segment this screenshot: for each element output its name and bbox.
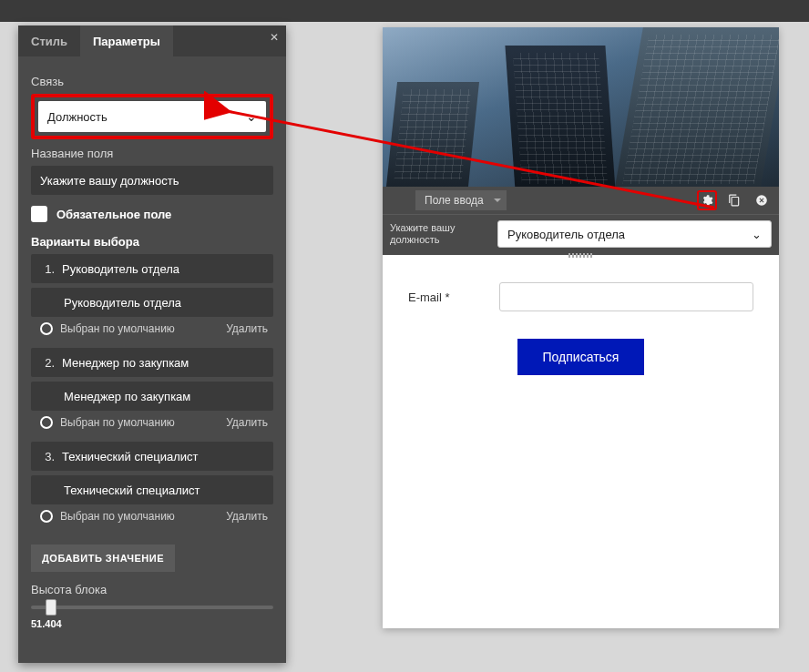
option-value-input[interactable]: Технический специалист xyxy=(31,475,273,504)
block-type-value: Поле ввода xyxy=(425,194,484,207)
gear-icon[interactable] xyxy=(697,190,717,210)
option-value-input[interactable]: Менеджер по закупкам xyxy=(31,382,273,411)
fieldname-input[interactable]: Укажите вашу должность xyxy=(31,166,273,195)
form-body: E-mail * Подписаться xyxy=(383,255,779,402)
option-title: Технический специалист xyxy=(62,450,198,463)
delete-option-button[interactable]: Удалить xyxy=(226,510,268,523)
label-options: Варианты выбора xyxy=(31,235,273,249)
delete-option-button[interactable]: Удалить xyxy=(226,322,268,335)
tab-style[interactable]: Стиль xyxy=(18,25,80,56)
default-radio[interactable] xyxy=(40,510,53,523)
default-radio[interactable] xyxy=(40,416,53,429)
email-field[interactable] xyxy=(499,282,753,311)
hero-image xyxy=(383,27,779,187)
slider-thumb[interactable] xyxy=(46,599,56,616)
height-slider[interactable] xyxy=(31,606,273,609)
label-height: Высота блока xyxy=(31,583,273,596)
option-number: 1. xyxy=(38,262,55,276)
required-label: Обязательное поле xyxy=(56,208,171,221)
link-select[interactable]: Должность ⌄ xyxy=(38,101,266,132)
field-select-value: Руководитель отдела xyxy=(507,228,625,241)
resize-grip-icon[interactable] xyxy=(568,253,594,258)
chevron-down-icon: ⌄ xyxy=(246,109,257,124)
field-label: Укажите вашу должность xyxy=(390,222,490,246)
option-value: Руководитель отдела xyxy=(64,296,181,310)
field-select[interactable]: Руководитель отдела ⌄ xyxy=(497,220,772,248)
default-radio[interactable] xyxy=(40,322,53,335)
link-select-value: Должность xyxy=(47,110,108,124)
selected-field: Укажите вашу должность Руководитель отде… xyxy=(383,214,779,255)
submit-button[interactable]: Подписаться xyxy=(517,339,645,375)
option-title: Руководитель отдела xyxy=(62,262,179,276)
option-title-input[interactable]: 2. Менеджер по закупкам xyxy=(31,348,273,377)
copy-icon[interactable] xyxy=(724,190,744,210)
option-title-input[interactable]: 3. Технический специалист xyxy=(31,442,273,471)
height-value: 51.404 xyxy=(31,618,273,629)
default-label: Выбран по умолчанию xyxy=(60,416,175,429)
option-block: 3. Технический специалист Технический сп… xyxy=(31,442,273,523)
chevron-down-icon: ⌄ xyxy=(752,228,762,241)
required-row: Обязательное поле xyxy=(31,206,273,222)
block-type-dropdown[interactable]: Поле ввода xyxy=(415,190,507,210)
email-label: E-mail * xyxy=(408,290,481,304)
option-value-input[interactable]: Руководитель отдела xyxy=(31,288,273,317)
option-block: 2. Менеджер по закупкам Менеджер по заку… xyxy=(31,348,273,429)
option-block: 1. Руководитель отдела Руководитель отде… xyxy=(31,254,273,335)
delete-option-button[interactable]: Удалить xyxy=(226,416,268,429)
close-icon[interactable]: ✕ xyxy=(270,31,279,44)
fieldname-value: Укажите вашу должность xyxy=(40,174,179,188)
tab-params[interactable]: Параметры xyxy=(80,25,173,56)
close-icon[interactable] xyxy=(752,190,772,210)
add-value-button[interactable]: ДОБАВИТЬ ЗНАЧЕНИЕ xyxy=(31,545,175,572)
block-toolbar: Поле ввода xyxy=(383,187,779,214)
option-number: 3. xyxy=(38,450,55,463)
option-value: Менеджер по закупкам xyxy=(64,390,190,403)
properties-panel: Стиль Параметры ✕ Связь Должность ⌄ Назв… xyxy=(18,25,286,663)
app-topbar xyxy=(0,0,809,22)
default-label: Выбран по умолчанию xyxy=(60,510,175,523)
form-preview: Поле ввода Укажите вашу должность Руково… xyxy=(383,27,779,628)
option-value: Технический специалист xyxy=(64,484,200,497)
required-checkbox[interactable] xyxy=(31,206,47,222)
option-number: 2. xyxy=(38,356,55,370)
label-fieldname: Название поля xyxy=(31,147,273,160)
option-title-input[interactable]: 1. Руководитель отдела xyxy=(31,254,273,283)
panel-tabs: Стиль Параметры ✕ xyxy=(18,25,286,56)
option-title: Менеджер по закупкам xyxy=(62,356,189,370)
label-link: Связь xyxy=(31,75,273,88)
link-highlight: Должность ⌄ xyxy=(31,94,273,139)
default-label: Выбран по умолчанию xyxy=(60,322,175,335)
panel-body: Связь Должность ⌄ Название поля Укажите … xyxy=(18,56,286,646)
